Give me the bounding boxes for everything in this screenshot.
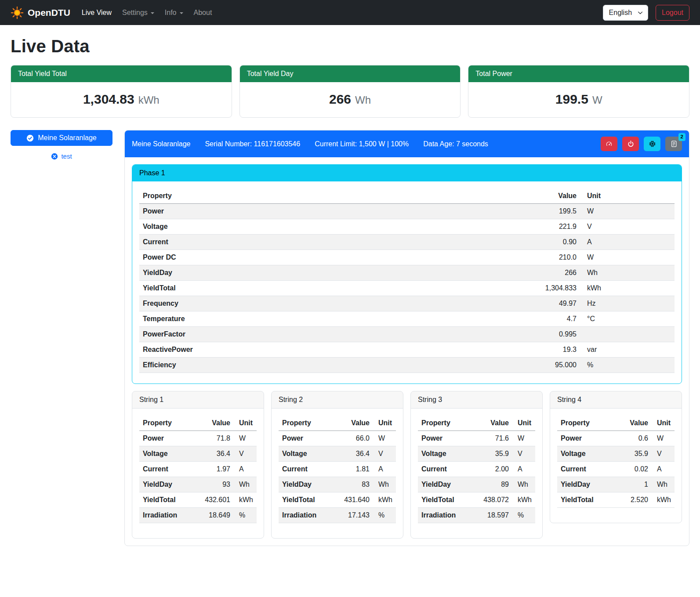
property-unit: W: [512, 431, 535, 446]
property-label: YieldDay: [418, 477, 471, 492]
table-row: Current1.97A: [139, 462, 257, 477]
property-unit: A: [512, 462, 535, 477]
sidebar-item-test[interactable]: test: [11, 152, 112, 160]
property-value: 71.8: [192, 431, 234, 446]
property-value: 2.520: [615, 492, 652, 508]
power-button[interactable]: [622, 137, 639, 151]
column-header-property: Property: [139, 416, 192, 431]
property-label: YieldTotal: [139, 492, 192, 508]
property-unit: W: [373, 431, 396, 446]
string-card-4: String 4 Property Value Unit: [550, 391, 682, 523]
property-label: YieldTotal: [418, 492, 471, 508]
table-row: Irradiation17.143%: [279, 508, 396, 523]
property-unit: A: [373, 462, 396, 477]
chevron-down-icon: [151, 12, 154, 14]
nav-item-label: Live View: [82, 9, 112, 17]
inverter-select-button[interactable]: Meine Solaranlage: [11, 130, 112, 146]
summary-card-body: 1,304.83kWh: [11, 82, 232, 117]
property-label: Voltage: [279, 446, 332, 462]
property-unit: °C: [580, 311, 675, 327]
nav-item-about[interactable]: About: [189, 5, 218, 20]
logout-button[interactable]: Logout: [656, 5, 689, 21]
property-label: Efficiency: [139, 358, 403, 373]
strings-row: String 1 Property Value Unit: [132, 391, 682, 539]
nav-item-label: Settings: [122, 9, 148, 17]
string-card-title: String 3: [411, 391, 542, 409]
property-value: 1.81: [332, 462, 373, 477]
property-label: Current: [139, 235, 403, 250]
column-header-value: Value: [332, 416, 373, 431]
property-value: 35.9: [615, 446, 652, 462]
column-header-value: Value: [471, 416, 512, 431]
property-label: Power: [557, 431, 615, 446]
property-value: 36.4: [192, 446, 234, 462]
table-row: Voltage35.9V: [557, 446, 675, 462]
event-log-button[interactable]: 2: [665, 137, 682, 151]
table-row: Power199.5W: [139, 204, 675, 219]
table-header-row: Property Value Unit: [139, 188, 675, 204]
content-row: Meine Solaranlage test Meine Solaranlage…: [11, 130, 689, 546]
string-card-1: String 1 Property Value Unit: [132, 391, 264, 539]
property-label: YieldDay: [557, 477, 615, 492]
property-unit: %: [580, 358, 675, 373]
property-unit: %: [234, 508, 257, 523]
nav-item-info[interactable]: Info: [160, 5, 189, 20]
table-row: Current1.81A: [279, 462, 396, 477]
nav-item-live-view[interactable]: Live View: [76, 5, 117, 20]
table-header-row: Property Value Unit: [279, 416, 396, 431]
device-info-button[interactable]: [644, 137, 660, 151]
string-table: Property Value Unit Power71.8WVoltage36.…: [139, 416, 257, 523]
nav-item-settings[interactable]: Settings: [117, 5, 160, 20]
table-row: Voltage221.9V: [139, 219, 675, 235]
table-row: Current0.90A: [139, 235, 675, 250]
string-table: Property Value Unit Power66.0WVoltage36.…: [279, 416, 396, 523]
property-unit: V: [234, 446, 257, 462]
column-header-value: Value: [403, 188, 580, 204]
property-label: Current: [139, 462, 192, 477]
brand[interactable]: OpenDTU: [11, 6, 70, 19]
table-row: YieldTotal431.640kWh: [279, 492, 396, 508]
property-unit: W: [652, 431, 675, 446]
table-row: Power0.6W: [557, 431, 675, 446]
inverter-name: Meine Solaranlage: [132, 140, 190, 148]
language-select[interactable]: English: [603, 5, 648, 21]
property-unit: V: [512, 446, 535, 462]
table-row: Current2.00A: [418, 462, 535, 477]
navbar-right: English Logout: [603, 5, 689, 21]
column-header-unit: Unit: [652, 416, 675, 431]
property-unit: Wh: [652, 477, 675, 492]
inverter-panel-body: Phase 1 Property Value Unit Power199.5WV…: [125, 157, 689, 546]
property-label: Power: [279, 431, 332, 446]
serial-number: Serial Number: 116171603546: [205, 140, 300, 148]
table-row: Efficiency95.000%: [139, 358, 675, 373]
property-value: 199.5: [403, 204, 580, 219]
property-value: 17.143: [332, 508, 373, 523]
table-row: Irradiation18.649%: [139, 508, 257, 523]
table-row: YieldDay1Wh: [557, 477, 675, 492]
table-row: Power71.8W: [139, 431, 257, 446]
property-unit: Wh: [373, 477, 396, 492]
property-value: 1: [615, 477, 652, 492]
summary-cards-row: Total Yield Total 1,304.83kWh Total Yiel…: [11, 65, 689, 118]
property-label: Voltage: [139, 446, 192, 462]
table-row: Temperature4.7°C: [139, 311, 675, 327]
inverter-panel: Meine Solaranlage Serial Number: 1161716…: [124, 130, 689, 546]
table-row: YieldTotal1,304.833kWh: [139, 281, 675, 296]
phase-card-body: Property Value Unit Power199.5WVoltage22…: [132, 181, 682, 384]
property-unit: Wh: [512, 477, 535, 492]
limit-settings-button[interactable]: [601, 137, 617, 151]
string-card-title: String 1: [132, 391, 264, 409]
phase-card: Phase 1 Property Value Unit Power199.5WV…: [132, 164, 682, 384]
property-label: Temperature: [139, 311, 403, 327]
table-row: Current0.02A: [557, 462, 675, 477]
table-header-row: Property Value Unit: [418, 416, 535, 431]
property-value: 89: [471, 477, 512, 492]
property-unit: kWh: [512, 492, 535, 508]
summary-card-title: Total Yield Day: [240, 65, 461, 82]
property-unit: Wh: [234, 477, 257, 492]
property-label: Voltage: [557, 446, 615, 462]
property-value: 0.02: [615, 462, 652, 477]
table-header-row: Property Value Unit: [557, 416, 675, 431]
property-label: Frequency: [139, 296, 403, 311]
data-age: Data Age: 7 seconds: [423, 140, 488, 148]
